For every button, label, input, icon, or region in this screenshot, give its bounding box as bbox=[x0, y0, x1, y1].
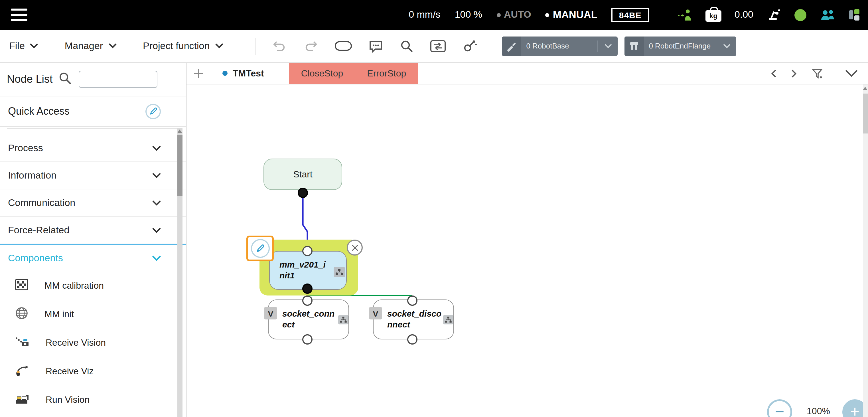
canvas-scrollbar bbox=[863, 84, 868, 417]
node-mm-label: mm_v201_init1 bbox=[279, 260, 328, 281]
search-icon bbox=[58, 71, 72, 87]
collapse-panel-chevron-icon[interactable] bbox=[845, 69, 858, 77]
component-item-mm-init[interactable]: MM init bbox=[0, 300, 186, 329]
delete-node-button[interactable] bbox=[347, 240, 363, 256]
component-chip-icon bbox=[338, 315, 348, 327]
flow-canvas[interactable]: Start mm_v201_init1 socket_con bbox=[186, 84, 868, 417]
socket-connect-input-port[interactable] bbox=[302, 296, 312, 306]
add-tab-button[interactable] bbox=[186, 63, 211, 84]
robot-base-icon bbox=[502, 36, 521, 56]
top-status-bar: 0 mm/s 100 % AUTO MANUAL 84BE kg 0.00 bbox=[0, 0, 868, 30]
operator-connection-icon[interactable] bbox=[678, 8, 692, 22]
component-item-receive-vision[interactable]: Receive Vision bbox=[0, 329, 186, 357]
component-item-run-vision[interactable]: Run Vision bbox=[0, 386, 186, 414]
receive-vision-icon bbox=[14, 334, 30, 351]
mm-node-output-port[interactable] bbox=[302, 284, 312, 294]
node-start[interactable]: Start bbox=[264, 158, 342, 190]
calibration-board-icon bbox=[14, 277, 29, 294]
status-readouts: 0 mm/s 100 % AUTO MANUAL 84BE bbox=[409, 8, 649, 22]
robot-end-flange-selector[interactable]: 0 RobotEndFlange bbox=[624, 36, 736, 56]
chevron-down-icon bbox=[30, 43, 38, 49]
sidebar-section-force-related[interactable]: Force-Related bbox=[0, 217, 186, 244]
component-chip-icon bbox=[443, 315, 454, 327]
filter-icon[interactable] bbox=[811, 68, 823, 79]
node-start-label: Start bbox=[293, 169, 312, 179]
payload-value: 0.00 bbox=[735, 9, 753, 21]
tab-strip-controls bbox=[771, 63, 868, 84]
robot-arm-icon[interactable] bbox=[767, 8, 781, 22]
auto-dot-icon bbox=[496, 13, 500, 17]
search-icon[interactable] bbox=[400, 39, 413, 53]
io-connector-icon[interactable] bbox=[848, 8, 861, 22]
node-search-input[interactable] bbox=[79, 71, 158, 88]
component-item-receive-viz[interactable]: Receive Viz bbox=[0, 357, 186, 386]
payload-kg-icon: kg bbox=[706, 10, 721, 22]
variable-badge: V bbox=[264, 307, 277, 320]
globe-icon bbox=[14, 306, 29, 323]
robot-base-selector[interactable]: 0 RobotBase bbox=[502, 36, 617, 56]
component-item-mm-calibration[interactable]: MM calibration bbox=[0, 271, 186, 300]
mm-node-input-port[interactable] bbox=[302, 246, 312, 256]
users-icon[interactable] bbox=[819, 8, 836, 22]
sidebar-scrollbar bbox=[177, 128, 183, 417]
manual-dot-icon bbox=[546, 13, 550, 17]
menu-project-function[interactable]: Project function bbox=[143, 40, 223, 52]
variable-badge: V bbox=[369, 307, 382, 320]
project-speed-readout: 100 % bbox=[455, 9, 482, 21]
chevron-down-icon bbox=[152, 227, 161, 233]
sidebar-scrollbar-thumb[interactable] bbox=[177, 135, 183, 196]
component-chip-icon bbox=[334, 267, 345, 279]
component-item-run-viz[interactable]: Run Viz bbox=[0, 414, 186, 417]
quick-access-row: Quick Access bbox=[0, 96, 186, 126]
menu-manager[interactable]: Manager bbox=[65, 40, 117, 52]
canvas-scrollbar-thumb[interactable] bbox=[863, 94, 868, 133]
sidebar-section-information[interactable]: Information bbox=[0, 162, 186, 189]
robot-joint-icon[interactable] bbox=[462, 39, 477, 53]
mode-auto-indicator: AUTO bbox=[496, 9, 531, 21]
scroll-up-arrow-icon[interactable] bbox=[863, 87, 867, 90]
node-socket-disconnect-label: socket_disconnect bbox=[387, 309, 442, 330]
connection-line-icon[interactable] bbox=[335, 41, 351, 51]
quick-access-edit-button[interactable] bbox=[146, 103, 161, 119]
node-socket-connect-label: socket_connect bbox=[282, 309, 337, 330]
chevron-down-icon bbox=[108, 43, 117, 49]
tab-scroll-left-icon[interactable] bbox=[771, 69, 777, 78]
node-list-header: Node List bbox=[0, 63, 186, 96]
socket-connect-output-port[interactable] bbox=[302, 334, 312, 345]
divider bbox=[489, 37, 489, 55]
chevron-down-icon bbox=[152, 256, 161, 261]
tab-closestop[interactable]: CloseStop bbox=[289, 63, 355, 84]
edit-node-button[interactable] bbox=[246, 236, 274, 261]
undo-icon[interactable] bbox=[272, 40, 286, 52]
tab-errorstop[interactable]: ErrorStop bbox=[355, 63, 418, 84]
variable-exchange-icon[interactable] bbox=[430, 40, 446, 52]
comment-icon[interactable] bbox=[368, 39, 383, 53]
divider bbox=[0, 126, 186, 127]
chevron-down-icon bbox=[715, 40, 736, 52]
sidebar-section-components[interactable]: Components bbox=[0, 244, 186, 271]
scroll-up-arrow-icon[interactable] bbox=[177, 129, 182, 133]
socket-disconnect-input-port[interactable] bbox=[407, 296, 417, 306]
hamburger-menu-icon[interactable] bbox=[7, 3, 32, 26]
modified-dot-icon bbox=[222, 71, 227, 76]
node-list-title: Node List bbox=[7, 73, 53, 86]
socket-disconnect-output-port[interactable] bbox=[407, 334, 417, 345]
zoom-level: 100% bbox=[801, 406, 836, 416]
chevron-down-icon bbox=[152, 173, 161, 178]
redo-icon[interactable] bbox=[303, 40, 318, 52]
quick-access-label: Quick Access bbox=[8, 105, 69, 117]
speed-readout: 0 mm/s bbox=[409, 9, 440, 21]
robot-status-light bbox=[795, 9, 806, 21]
tmflow-app: 0 mm/s 100 % AUTO MANUAL 84BE kg 0.00 bbox=[0, 0, 868, 417]
sidebar-section-process[interactable]: Process bbox=[0, 135, 186, 162]
start-exit-port[interactable] bbox=[298, 188, 308, 198]
menu-file[interactable]: File bbox=[9, 40, 38, 52]
tab-tmtest[interactable]: TMTest bbox=[211, 63, 276, 84]
tab-scroll-right-icon[interactable] bbox=[791, 69, 797, 78]
sidebar-section-communication[interactable]: Communication bbox=[0, 189, 186, 217]
pencil-icon bbox=[251, 239, 270, 258]
main-layout: Node List Quick Access Process bbox=[0, 63, 868, 417]
run-vision-icon bbox=[14, 391, 30, 409]
divider bbox=[255, 37, 256, 55]
flow-editor: TMTest CloseStop ErrorStop bbox=[186, 63, 868, 417]
